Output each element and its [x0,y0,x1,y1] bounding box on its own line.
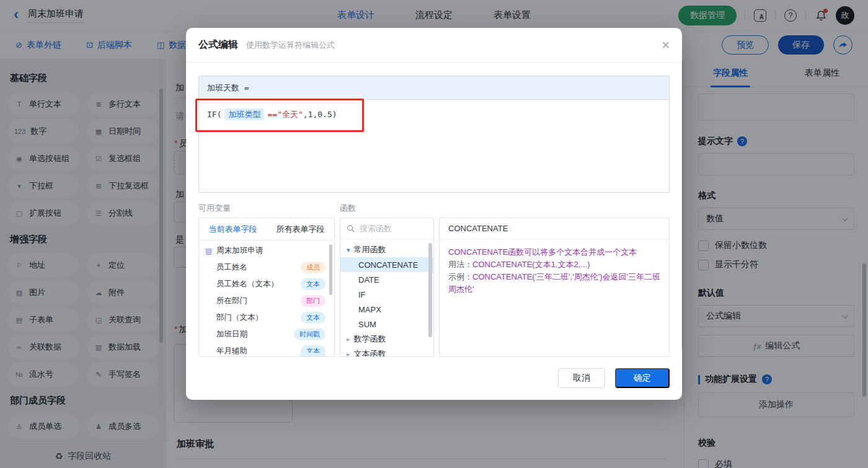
modal-header: 公式编辑 使用数学运算符编辑公式 × [186,28,682,63]
variables-tree: ▤ 周末加班申请 员工姓名 成员 员工姓名（文本） 文本 [199,241,334,357]
search-icon [347,224,355,233]
variable-row[interactable]: 部门（文本） 文本 [199,309,334,326]
function-search[interactable] [340,218,433,239]
group-label: 文本函数 [354,348,386,357]
caret-right-icon: ▸ [347,350,350,358]
variable-name: 员工姓名 [216,262,301,273]
usage-text: CONCATENATE(文本1,文本2,...) [472,260,590,269]
variable-name: 部门（文本） [216,312,301,323]
formula-fn: IF( [207,110,221,119]
variable-row[interactable]: 员工姓名（文本） 文本 [199,276,334,293]
function-description-body: CONCATENATE函数可以将多个文本合并成一个文本 用法：CONCATENA… [440,239,669,302]
functions-scrollbar[interactable] [428,243,432,337]
formula-rest: ,1,0.5) [303,110,337,119]
description-line: CONCATENATE函数可以将多个文本合并成一个文本 [448,246,660,258]
variable-name: 员工姓名（文本） [216,279,301,289]
modal-subtitle: 使用数学运算符编辑公式 [246,40,335,51]
variable-name: 加班日期 [216,329,294,340]
function-group-text[interactable]: ▸ 文本函数 [340,347,433,357]
variables-scrollbar[interactable] [329,244,332,295]
variable-type-tag: 成员 [301,262,326,273]
example-text: CONCATENATE('三年二班','周杰伦')会返回'三年二班周杰伦' [448,272,660,294]
formula-target: 加班天数 = [199,76,669,100]
clipped-tag [299,353,326,357]
function-list: ▾ 常用函数 CONCATENATE DATE IF MAPX SUM ▸ 数学… [340,239,433,357]
app-root: ‹ 周末加班申请 表单设计 流程设定 表单设置 数据管理 A ? 政 [0,0,868,468]
tab-all-form-fields[interactable]: 所有表单字段 [267,218,334,240]
usage-line: 用法：CONCATENATE(文本1,文本2,...) [448,258,660,271]
variable-type-tag: 文本 [301,312,326,324]
variable-type-tag: 文本 [301,278,326,290]
function-group-math[interactable]: ▸ 数学函数 [340,332,433,347]
variable-type-tag: 时间戳 [294,329,326,340]
formula-operator: == [267,110,277,119]
usage-prefix: 用法： [448,260,472,269]
functions-column: 函数 ▾ 常用函数 CO [340,203,434,357]
example-line: 示例：CONCATENATE('三年二班','周杰伦')会返回'三年二班周杰伦' [448,271,660,296]
example-prefix: 示例： [448,272,472,281]
form-doc-icon: ▤ [205,247,212,255]
tree-root-name: 周末加班申请 [216,245,326,256]
variables-column: 可用变量 当前表单字段 所有表单字段 ▤ 周末加班申请 员 [198,203,335,357]
caret-down-icon: ▾ [347,246,350,254]
variable-row[interactable]: 所在部门 部门 [199,293,334,309]
variable-row[interactable]: 加班日期 时间戳 [199,326,334,343]
function-search-input[interactable] [360,224,422,233]
variables-label: 可用变量 [198,203,335,212]
confirm-button[interactable]: 确定 [615,368,670,388]
formula-editor: 加班天数 = IF(加班类型=="全天",1,0.5) [198,76,670,193]
description-column: CONCATENATE CONCATENATE函数可以将多个文本合并成一个文本 … [439,203,670,357]
modal-body: 加班天数 = IF(加班类型=="全天",1,0.5) 可用变量 当前表单字段 … [186,76,682,388]
caret-right-icon: ▸ [347,335,350,343]
tree-root-form[interactable]: ▤ 周末加班申请 [199,242,334,259]
variables-tabs: 当前表单字段 所有表单字段 [199,218,334,241]
formula-string: "全天" [277,110,303,119]
formula-variable-chip[interactable]: 加班类型 [224,108,264,120]
variable-name: 年月辅助 [216,346,301,356]
variables-box: 当前表单字段 所有表单字段 ▤ 周末加班申请 员工姓名 成员 [198,218,335,357]
modal-middle-row: 可用变量 当前表单字段 所有表单字段 ▤ 周末加班申请 员 [198,203,670,357]
function-description-box: CONCATENATE CONCATENATE函数可以将多个文本合并成一个文本 … [439,218,670,357]
modal-title: 公式编辑 [198,38,238,51]
cancel-button[interactable]: 取消 [558,368,605,388]
functions-label: 函数 [340,203,434,212]
variable-row[interactable]: 员工姓名 成员 [199,259,334,276]
functions-box: ▾ 常用函数 CONCATENATE DATE IF MAPX SUM ▸ 数学… [340,218,434,357]
close-icon[interactable]: × [662,38,670,52]
function-item-sum[interactable]: SUM [340,317,433,332]
group-label: 数学函数 [354,333,386,345]
description-label-spacer [439,203,670,212]
modal-footer: 取消 确定 [198,368,670,388]
group-label: 常用函数 [354,244,386,255]
tab-current-form-fields[interactable]: 当前表单字段 [199,218,267,240]
function-item-mapx[interactable]: MAPX [340,302,433,317]
function-name-header: CONCATENATE [440,218,669,239]
function-item-date[interactable]: DATE [340,272,433,287]
formula-editor-modal: 公式编辑 使用数学运算符编辑公式 × 加班天数 = IF(加班类型=="全天",… [186,28,682,400]
function-group-common[interactable]: ▾ 常用函数 [340,242,433,257]
function-item-if[interactable]: IF [340,287,433,302]
formula-code-area[interactable]: IF(加班类型=="全天",1,0.5) [199,100,669,192]
variable-name: 所在部门 [216,296,301,306]
function-item-concatenate[interactable]: CONCATENATE [340,257,433,272]
variable-type-tag: 部门 [301,295,326,307]
